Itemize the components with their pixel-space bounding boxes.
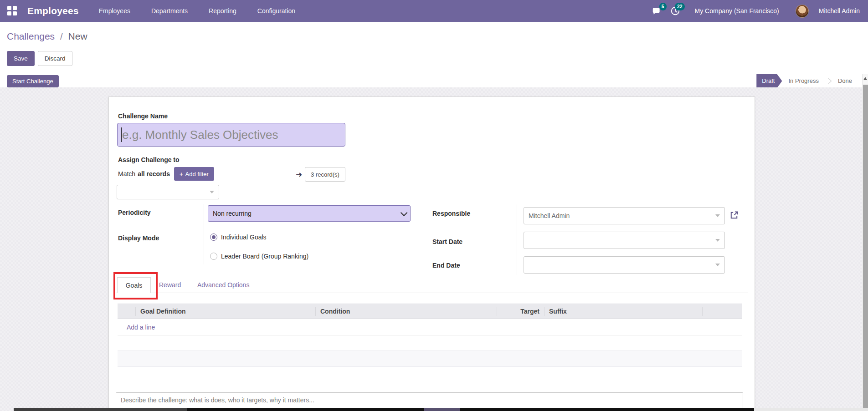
goals-table-header: Goal Definition Condition Target Suffix — [118, 304, 742, 319]
statusbar-steps: Draft In Progress Done — [756, 74, 858, 88]
radio-individual-goals[interactable] — [210, 233, 217, 241]
add-line-row: Add a line — [118, 319, 742, 335]
goals-table: Goal Definition Condition Target Suffix … — [118, 304, 742, 398]
col-trailing — [703, 307, 742, 316]
responsible-input[interactable]: Mitchell Admin — [524, 207, 725, 224]
tab-reward[interactable]: Reward — [159, 277, 181, 293]
taskbar-edge — [187, 408, 754, 411]
periodicity-value: Non recurring — [213, 210, 252, 217]
company-switcher[interactable]: My Company (San Francisco) — [695, 7, 779, 15]
breadcrumb-separator: / — [60, 31, 63, 41]
col-target[interactable]: Target — [497, 307, 544, 316]
plus-icon: + — [180, 171, 183, 178]
messages-badge: 5 — [659, 3, 667, 10]
step-draft[interactable]: Draft — [756, 74, 782, 88]
breadcrumb: Challenges / New — [7, 31, 87, 42]
filter-domain-select[interactable] — [117, 185, 219, 199]
tab-advanced-options[interactable]: Advanced Options — [197, 277, 249, 293]
menu-employees[interactable]: Employees — [99, 7, 130, 15]
menu-departments[interactable]: Departments — [151, 7, 188, 15]
tab-underline — [116, 293, 748, 293]
top-navbar: Employees Employees Departments Reportin… — [0, 0, 868, 22]
menu-reporting[interactable]: Reporting — [209, 7, 236, 15]
systray: 5 22 My Company (San Francisco) Mitchell… — [651, 5, 863, 18]
challenge-name-input[interactable] — [117, 123, 345, 147]
record-count-button[interactable]: 3 record(s) — [305, 167, 345, 182]
text-cursor — [121, 127, 122, 142]
breadcrumb-challenges[interactable]: Challenges — [7, 31, 55, 41]
chevron-down-icon — [401, 209, 408, 216]
end-date-input[interactable] — [524, 256, 725, 274]
start-date-label: Start Date — [432, 238, 462, 245]
scrollbar-thumb[interactable] — [863, 85, 868, 411]
chevron-right-icon — [825, 78, 832, 84]
user-name[interactable]: Mitchell Admin — [819, 7, 860, 15]
match-records-text: all records — [138, 170, 170, 178]
empty-row-striped — [118, 350, 742, 367]
messages-icon[interactable]: 5 — [651, 5, 663, 17]
tab-goals[interactable]: Goals — [117, 277, 151, 293]
vertical-scrollbar[interactable] — [862, 74, 868, 411]
content-background: Challenge Name Assign Challenge to Match… — [0, 87, 863, 411]
challenge-name-label: Challenge Name — [118, 112, 168, 120]
radio-leader-board-label[interactable]: Leader Board (Group Ranking) — [221, 253, 308, 260]
responsible-value: Mitchell Admin — [529, 212, 570, 219]
step-done[interactable]: Done — [832, 74, 858, 88]
activities-icon[interactable]: 22 — [669, 5, 681, 17]
step-in-progress[interactable]: In Progress — [782, 74, 825, 88]
add-filter-button[interactable]: + Add filter — [174, 167, 214, 181]
statusbar: Start Challenge Draft In Progress Done — [0, 74, 862, 88]
periodicity-label: Periodicity — [118, 209, 151, 216]
taskbar-edge-highlight — [424, 408, 460, 411]
radio-leader-board[interactable] — [210, 253, 217, 260]
col-condition[interactable]: Condition — [316, 307, 497, 316]
save-button[interactable]: Save — [7, 51, 35, 66]
caret-down-icon — [715, 239, 720, 242]
scroll-up-arrow-icon[interactable] — [863, 77, 867, 80]
external-link-icon[interactable] — [729, 211, 739, 220]
display-mode-label: Display Mode — [118, 234, 159, 242]
taskbar-edge — [14, 408, 187, 411]
caret-down-icon — [715, 264, 720, 266]
match-prefix: Match — [118, 170, 135, 178]
add-filter-label: Add filter — [185, 171, 209, 178]
label-column-separator-right — [517, 204, 517, 275]
discard-button[interactable]: Discard — [38, 51, 72, 66]
start-date-input[interactable] — [524, 232, 725, 249]
breadcrumb-new: New — [68, 31, 87, 41]
apps-menu-icon[interactable] — [7, 6, 17, 16]
app-brand[interactable]: Employees — [27, 5, 79, 16]
user-avatar[interactable] — [796, 5, 809, 18]
caret-down-icon — [715, 214, 720, 217]
assign-label: Assign Challenge to — [118, 156, 180, 163]
form-sheet: Challenge Name Assign Challenge to Match… — [108, 96, 755, 411]
menu-configuration[interactable]: Configuration — [257, 7, 295, 15]
activities-badge: 22 — [675, 3, 685, 10]
label-column-separator-left — [204, 204, 204, 264]
top-menu: Employees Departments Reporting Configur… — [99, 7, 295, 15]
start-challenge-button[interactable]: Start Challenge — [7, 75, 59, 87]
responsible-label: Responsible — [432, 210, 470, 217]
end-date-label: End Date — [432, 262, 460, 269]
taskbar-edge — [754, 408, 868, 411]
handle-column — [118, 307, 136, 316]
arrow-right-icon: ➜ — [296, 170, 302, 179]
caret-down-icon — [210, 191, 214, 193]
col-goal-definition[interactable]: Goal Definition — [136, 307, 316, 316]
add-a-line-link[interactable]: Add a line — [127, 324, 155, 331]
col-suffix[interactable]: Suffix — [544, 307, 703, 316]
periodicity-select[interactable]: Non recurring — [208, 205, 411, 222]
radio-individual-goals-label[interactable]: Individual Goals — [221, 233, 267, 241]
empty-row — [118, 367, 742, 382]
empty-row — [118, 335, 742, 350]
